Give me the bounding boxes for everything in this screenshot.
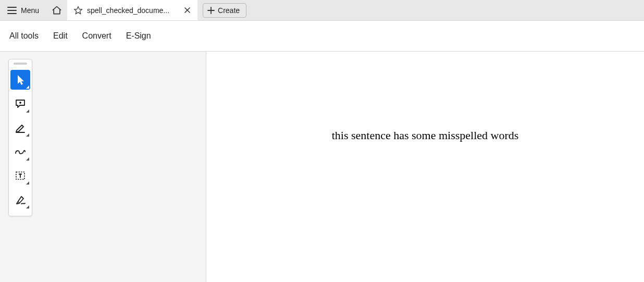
plus-icon bbox=[207, 7, 215, 14]
menu-edit[interactable]: Edit bbox=[53, 31, 68, 41]
svg-point-10 bbox=[18, 202, 19, 203]
hamburger-icon bbox=[7, 7, 17, 14]
draw-tool-button[interactable] bbox=[10, 142, 30, 162]
submenu-indicator-icon bbox=[26, 157, 29, 161]
textbox-tool-button[interactable] bbox=[10, 166, 30, 186]
freehand-icon bbox=[14, 147, 27, 156]
tab-close-button[interactable] bbox=[182, 5, 192, 16]
close-icon bbox=[184, 7, 190, 13]
svg-marker-5 bbox=[18, 75, 24, 85]
menu-convert[interactable]: Convert bbox=[82, 31, 112, 41]
menu-label: Menu bbox=[21, 6, 39, 15]
submenu-indicator-icon bbox=[26, 133, 29, 137]
submenu-indicator-icon bbox=[26, 181, 29, 185]
highlight-tool-button[interactable] bbox=[10, 118, 30, 138]
titlebar: Menu spell_checked_docume... Create bbox=[0, 0, 644, 21]
tool-palette bbox=[8, 59, 32, 216]
document-area[interactable]: this sentence has some misspelled words bbox=[206, 52, 644, 282]
svg-marker-0 bbox=[75, 6, 82, 14]
menu-esign[interactable]: E-Sign bbox=[126, 31, 151, 41]
menu-button[interactable]: Menu bbox=[0, 0, 46, 20]
submenu-indicator-icon bbox=[26, 205, 29, 209]
submenu-indicator-icon bbox=[26, 85, 29, 89]
submenu-indicator-icon bbox=[26, 109, 29, 113]
palette-grip[interactable] bbox=[14, 63, 27, 65]
select-tool-button[interactable] bbox=[10, 70, 30, 90]
left-panel bbox=[0, 52, 206, 282]
fountain-pen-icon bbox=[15, 194, 26, 205]
comment-tool-button[interactable] bbox=[10, 94, 30, 114]
textbox-icon bbox=[15, 170, 26, 181]
cursor-icon bbox=[15, 74, 26, 85]
create-label: Create bbox=[218, 6, 240, 15]
create-button[interactable]: Create bbox=[203, 3, 246, 18]
document-tab[interactable]: spell_checked_docume... bbox=[67, 0, 197, 20]
menubar: All tools Edit Convert E-Sign bbox=[0, 21, 644, 52]
menu-all-tools[interactable]: All tools bbox=[9, 31, 39, 41]
star-icon bbox=[73, 6, 83, 15]
sign-tool-button[interactable] bbox=[10, 190, 30, 210]
home-icon bbox=[52, 5, 62, 16]
comment-icon bbox=[15, 99, 26, 109]
highlighter-icon bbox=[15, 122, 26, 133]
tab-title: spell_checked_docume... bbox=[87, 6, 178, 15]
document-body-text: this sentence has some misspelled words bbox=[206, 129, 644, 142]
content-row: this sentence has some misspelled words bbox=[0, 52, 644, 282]
home-button[interactable] bbox=[46, 0, 67, 20]
